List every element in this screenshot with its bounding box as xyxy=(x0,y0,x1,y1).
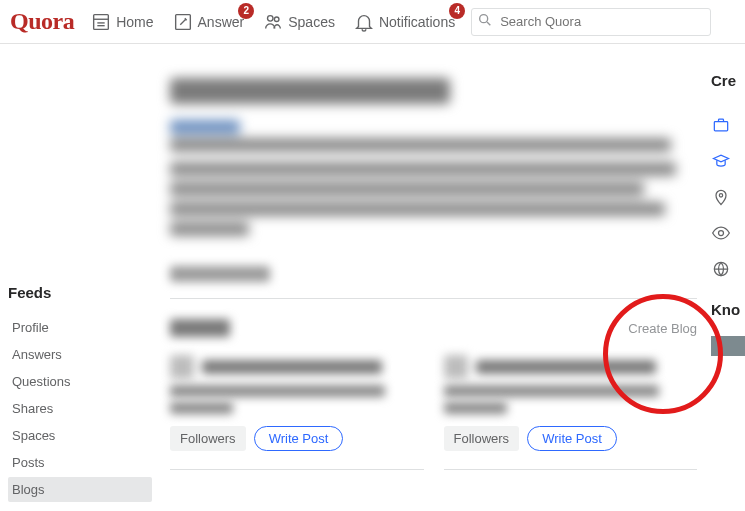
knows-header: Kno xyxy=(707,301,745,318)
nav-spaces-label: Spaces xyxy=(288,14,335,30)
sidebar-item-questions[interactable]: Questions xyxy=(8,369,152,394)
svg-point-6 xyxy=(275,16,280,21)
sidebar-item-posts[interactable]: Posts xyxy=(8,450,152,475)
right-rail: Cre Kno xyxy=(707,44,745,511)
search-input[interactable] xyxy=(471,8,711,36)
top-nav: Quora Home Answer 2 Spaces Notifications… xyxy=(0,0,745,44)
nav-answer-label: Answer xyxy=(198,14,245,30)
nav-home-label: Home xyxy=(116,14,153,30)
nav-notifications-label: Notifications xyxy=(379,14,455,30)
blogs-section-header: Create Blog xyxy=(170,319,697,343)
svg-point-11 xyxy=(719,231,724,236)
bell-icon xyxy=(353,11,375,33)
blog-card: Followers Write Post xyxy=(444,355,698,470)
create-blog-link[interactable]: Create Blog xyxy=(628,321,697,336)
sidebar-item-answers[interactable]: Answers xyxy=(8,342,152,367)
profile-bio xyxy=(170,120,697,236)
blog-desc-line xyxy=(170,402,233,414)
quora-logo[interactable]: Quora xyxy=(10,8,74,35)
blog-cards: Followers Write Post Followers Write Pos… xyxy=(170,355,697,470)
home-icon xyxy=(90,11,112,33)
blog-card: Followers Write Post xyxy=(170,355,424,470)
views-icon xyxy=(707,215,745,251)
sidebar-item-spaces[interactable]: Spaces xyxy=(8,423,152,448)
answer-badge: 2 xyxy=(238,3,254,19)
sidebar-item-blogs[interactable]: Blogs xyxy=(8,477,152,502)
credentials-header: Cre xyxy=(707,72,745,89)
followers-button[interactable]: Followers xyxy=(170,426,246,451)
svg-point-5 xyxy=(268,15,274,20)
svg-line-8 xyxy=(487,22,490,25)
feeds-header: Feeds xyxy=(8,284,152,301)
blog-title xyxy=(476,360,656,374)
search-icon xyxy=(477,12,493,32)
pencil-box-icon xyxy=(172,11,194,33)
blog-desc-line xyxy=(444,402,507,414)
followers-button[interactable]: Followers xyxy=(444,426,520,451)
work-icon xyxy=(707,107,745,143)
nav-home[interactable]: Home xyxy=(88,7,155,37)
svg-point-10 xyxy=(719,194,722,197)
people-icon xyxy=(262,11,284,33)
topic-thumbnail xyxy=(711,336,745,356)
svg-rect-0 xyxy=(94,14,109,29)
write-post-button[interactable]: Write Post xyxy=(527,426,617,451)
followers-count xyxy=(170,266,270,282)
nav-spaces[interactable]: Spaces xyxy=(260,7,337,37)
svg-rect-9 xyxy=(714,122,727,131)
profile-name xyxy=(170,78,450,104)
profile-header xyxy=(170,78,697,236)
location-icon xyxy=(707,179,745,215)
feeds-sidebar: Feeds Profile Answers Questions Shares S… xyxy=(0,44,160,511)
blog-desc-line xyxy=(444,385,659,397)
write-post-button[interactable]: Write Post xyxy=(254,426,344,451)
section-title xyxy=(170,319,230,337)
main-content: Create Blog Followers Write Post xyxy=(160,44,707,511)
search-container xyxy=(471,8,711,36)
blog-title xyxy=(202,360,382,374)
nav-notifications[interactable]: Notifications 4 xyxy=(351,7,457,37)
sidebar-item-shares[interactable]: Shares xyxy=(8,396,152,421)
notifications-badge: 4 xyxy=(449,3,465,19)
blog-desc-line xyxy=(170,385,385,397)
sidebar-item-profile[interactable]: Profile xyxy=(8,315,152,340)
sidebar-item-followers[interactable]: Followers xyxy=(8,504,152,511)
blog-avatar xyxy=(444,355,468,379)
blog-avatar xyxy=(170,355,194,379)
education-icon xyxy=(707,143,745,179)
svg-point-7 xyxy=(480,14,488,22)
globe-icon xyxy=(707,251,745,287)
nav-answer[interactable]: Answer 2 xyxy=(170,7,247,37)
